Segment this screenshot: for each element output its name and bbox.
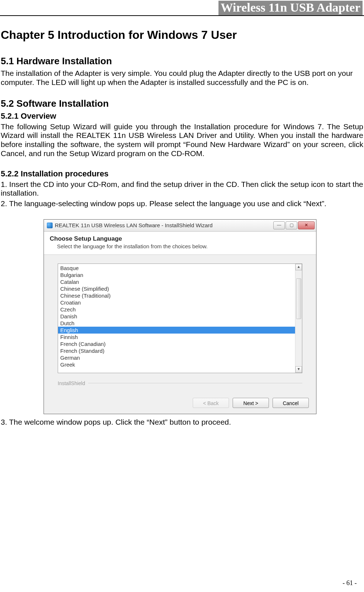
next-button[interactable]: Next > — [233, 398, 269, 408]
close-button[interactable]: ✕ — [298, 221, 315, 229]
dialog-header-main: Choose Setup Language — [50, 235, 310, 242]
language-option[interactable]: Basque — [58, 265, 295, 271]
cancel-button[interactable]: Cancel — [273, 398, 309, 408]
back-button: < Back — [193, 398, 229, 408]
maximize-button[interactable]: ▢ — [286, 221, 297, 229]
section-5-1-title: 5.1 Hardware Installation — [1, 56, 364, 67]
procedure-step-3: 3. The welcome window pops up. Click the… — [1, 418, 363, 426]
dialog-titlebar[interactable]: REALTEK 11n USB Wireless LAN Software - … — [44, 220, 316, 232]
language-option[interactable]: French (Standard) — [58, 347, 295, 354]
dialog-header-sub: Select the language for the installation… — [57, 243, 310, 249]
language-option[interactable]: Bulgarian — [58, 271, 295, 278]
dialog-title: REALTEK 11n USB Wireless LAN Software - … — [55, 222, 273, 228]
language-option[interactable]: Croatian — [58, 299, 295, 306]
install-wizard-dialog: REALTEK 11n USB Wireless LAN Software - … — [44, 219, 316, 414]
language-option[interactable]: Chinese (Traditional) — [58, 292, 295, 299]
scroll-thumb[interactable] — [296, 278, 301, 319]
procedure-step-2: 2. The language-selecting window pops up… — [1, 199, 363, 208]
header-rule — [0, 15, 364, 16]
language-option[interactable]: Greek — [58, 361, 295, 368]
subsection-5-2-1-body: The following Setup Wizard will guide yo… — [1, 122, 363, 158]
page-header: Wireless 11n USB Adapter — [0, 0, 364, 15]
scroll-down-button[interactable]: ▼ — [295, 366, 302, 373]
language-option[interactable]: English — [58, 327, 295, 334]
minimize-button[interactable]: — — [273, 221, 285, 229]
language-option[interactable]: Czech — [58, 306, 295, 313]
language-option[interactable]: Catalan — [58, 278, 295, 285]
section-5-1-body: The installation of the Adapter is very … — [1, 69, 363, 87]
chapter-title: Chapter 5 Introduction for Windows 7 Use… — [1, 28, 364, 42]
window-buttons: — ▢ ✕ — [273, 221, 315, 229]
subsection-5-2-2-title: 5.2.2 Installation procedures — [1, 169, 364, 179]
language-option[interactable]: Chinese (Simplified) — [58, 285, 295, 292]
language-option[interactable]: Danish — [58, 313, 295, 320]
language-option[interactable]: French (Canadian) — [58, 340, 295, 347]
scroll-up-button[interactable]: ▲ — [295, 264, 302, 270]
dialog-separator: InstallShield — [58, 380, 302, 386]
language-list-box[interactable]: BasqueBulgarianCatalanChinese (Simplifie… — [58, 264, 302, 373]
page-number: - 61 - — [343, 579, 357, 587]
dialog-header: Choose Setup Language Select the languag… — [44, 232, 316, 255]
language-option[interactable]: Dutch — [58, 320, 295, 327]
app-icon — [47, 222, 53, 228]
scrollbar[interactable]: ▲ ▼ — [295, 264, 302, 373]
procedure-step-1: 1. Insert the CD into your CD-Rom, and f… — [1, 180, 363, 198]
language-option[interactable]: German — [58, 354, 295, 361]
subsection-5-2-1-title: 5.2.1 Overview — [1, 111, 364, 121]
installshield-brand: InstallShield — [58, 380, 85, 386]
section-5-2-title: 5.2 Software Installation — [1, 98, 364, 109]
dialog-button-row: < Back Next > Cancel — [44, 393, 316, 414]
language-option[interactable]: Finnish — [58, 334, 295, 340]
header-title: Wireless 11n USB Adapter — [218, 1, 363, 15]
